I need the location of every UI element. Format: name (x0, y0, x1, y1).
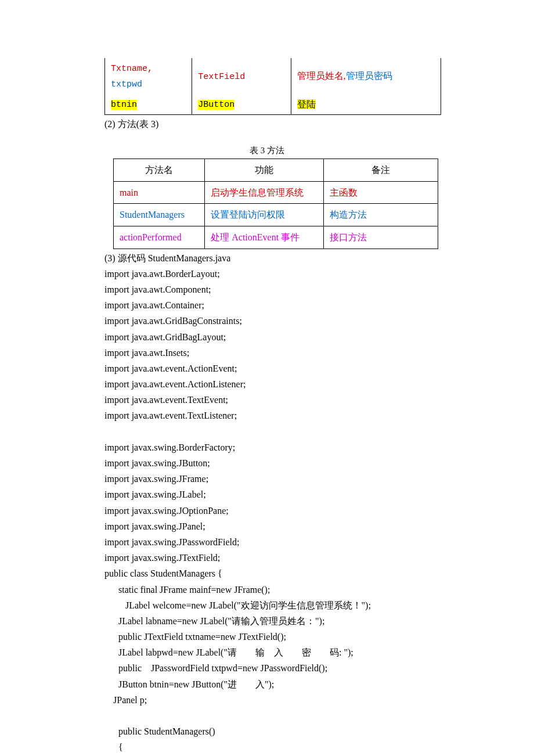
code-line: import javax.swing.JFrame; (104, 471, 430, 487)
col-header: 方法名 (114, 159, 205, 182)
code-line: import java.awt.event.ActionEvent; (104, 361, 430, 376)
cell: 接口方法 (324, 226, 438, 249)
code-line: import javax.swing.JLabel; (104, 487, 430, 502)
code-line: import javax.swing.JButton; (104, 455, 430, 471)
cell: StudentManagers (114, 204, 205, 226)
code-line: import java.awt.event.ActionListener; (104, 376, 430, 392)
cell: 处理 ActionEvent 事件 (205, 226, 324, 249)
code-line: import java.awt.GridBagConstraints; (104, 313, 430, 329)
code-line: JLabel labname=new JLabel("请输入管理员姓名："); (104, 613, 430, 629)
code-line: JButton btnin=new JButton("进 入"); (104, 676, 430, 692)
code-line: (3) 源代码 StudentManagers.java (104, 250, 430, 266)
code-line: import javax.swing.JTextField; (104, 550, 430, 566)
code-line: import java.awt.event.TextListener; (104, 408, 430, 423)
code-line: { (104, 739, 430, 755)
code-line: import javax.swing.BorderFactory; (104, 440, 430, 455)
cell: main (114, 181, 205, 204)
cell: 构造方法 (324, 204, 438, 226)
text: 登陆 (297, 99, 316, 109)
code-line: import java.awt.event.TextEvent; (104, 392, 430, 408)
cell: 管理员姓名,管理员密码 (291, 58, 441, 94)
cell: Txtname, txtpwd (105, 58, 192, 94)
text: Txtname, (111, 64, 153, 74)
cell: 主函数 (324, 181, 438, 204)
cell: 设置登陆访问权限 (205, 204, 324, 226)
section-label: (2) 方法(表 3) (104, 116, 430, 132)
code-line: JLabel welcome=new JLabel("欢迎访问学生信息管理系统！… (104, 597, 430, 613)
code-line: import javax.swing.JOptionPane; (104, 503, 430, 519)
table-row: btnin JButton 登陆 (105, 94, 441, 115)
code-line: public JTextField txtname=new JTextField… (104, 629, 430, 645)
code-line: import java.awt.BorderLayout; (104, 266, 430, 282)
table-row: StudentManagers 设置登陆访问权限 构造方法 (114, 204, 438, 226)
code-line: import javax.swing.JPanel; (104, 519, 430, 534)
method-table: 方法名 功能 备注 main 启动学生信息管理系统 主函数 StudentMan… (113, 159, 438, 249)
cell: TextField (192, 58, 291, 94)
text: 管理员密码 (346, 71, 392, 81)
code-line: import javax.swing.JPasswordField; (104, 534, 430, 550)
code-line: JLabel labpwd=new JLabel("请 输 入 密 码: "); (104, 645, 430, 660)
table-row: actionPerformed 处理 ActionEvent 事件 接口方法 (114, 226, 438, 249)
col-header: 功能 (205, 159, 324, 182)
cell: 登陆 (291, 94, 441, 115)
text: 管理员姓名, (297, 71, 346, 81)
code-line: import java.awt.Container; (104, 297, 430, 313)
table-header-row: 方法名 功能 备注 (114, 159, 438, 182)
text: txtpwd (111, 80, 142, 89)
text: btnin (111, 100, 137, 110)
code-line: import java.awt.Component; (104, 282, 430, 297)
code-line: public class StudentManagers { (104, 566, 430, 581)
cell: JButton (192, 94, 291, 115)
code-line: import java.awt.Insets; (104, 345, 430, 361)
cell: 启动学生信息管理系统 (205, 181, 324, 204)
code-line: static final JFrame mainf=new JFrame(); (104, 582, 430, 597)
text: TextField (198, 72, 245, 82)
code-line (104, 708, 430, 723)
cell: btnin (105, 94, 192, 115)
text: JButton (198, 100, 234, 110)
code-line: public JPasswordField txtpwd=new JPasswo… (104, 660, 430, 676)
table-row: main 启动学生信息管理系统 主函数 (114, 181, 438, 204)
code-line (104, 424, 430, 440)
code-line: import java.awt.GridBagLayout; (104, 329, 430, 345)
code-line: public StudentManagers() (104, 723, 430, 739)
top-table: Txtname, txtpwd TextField 管理员姓名,管理员密码 bt… (104, 58, 441, 115)
table-row: Txtname, txtpwd TextField 管理员姓名,管理员密码 (105, 58, 441, 94)
table-caption: 表 3 方法 (104, 143, 430, 157)
cell: actionPerformed (114, 226, 205, 249)
code-line: JPanel p; (104, 692, 430, 708)
col-header: 备注 (324, 159, 438, 182)
